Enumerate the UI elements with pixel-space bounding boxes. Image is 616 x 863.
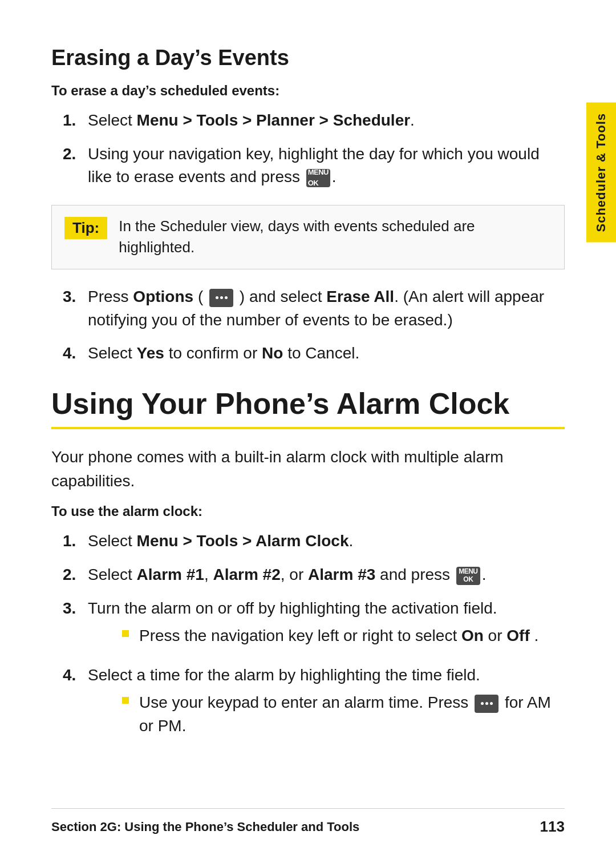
list-item: 4. Select a time for the alarm by highli… xyxy=(63,664,565,744)
options-icon2 xyxy=(475,695,499,713)
step-num: 3. xyxy=(63,285,88,309)
section2-steps: 1. Select Menu > Tools > Alarm Clock. 2.… xyxy=(63,530,565,743)
list-item: 1. Select Menu > Tools > Alarm Clock. xyxy=(63,530,565,553)
sub-bullet-item: Use your keypad to enter an alarm time. … xyxy=(122,691,565,737)
step-text: Select a time for the alarm by highlight… xyxy=(88,664,565,744)
step-text: Press Options ( ) and select Erase All. … xyxy=(88,285,565,332)
step-num: 4. xyxy=(63,342,88,365)
step-num: 1. xyxy=(63,530,88,553)
step-text: Select Menu > Tools > Alarm Clock. xyxy=(88,530,565,553)
step-text: Using your navigation key, highlight the… xyxy=(88,143,565,189)
page-container: Erasing a Day’s Events To erase a day’s … xyxy=(0,0,616,863)
step-num: 2. xyxy=(63,143,88,166)
step-num: 2. xyxy=(63,563,88,587)
tip-text: In the Scheduler view, days with events … xyxy=(119,216,552,259)
sub-bullet-text: Use your keypad to enter an alarm time. … xyxy=(139,691,565,737)
list-item: 3. Turn the alarm on or off by highlight… xyxy=(63,597,565,654)
bold-text: Yes xyxy=(137,344,164,362)
sub-bullet-item: Press the navigation key left or right t… xyxy=(122,624,565,648)
section1-title: Erasing a Day’s Events xyxy=(51,46,565,70)
bold-text: Erase All xyxy=(326,288,394,305)
sub-bullet-text: Press the navigation key left or right t… xyxy=(139,624,538,648)
list-item: 2. Select Alarm #1, Alarm #2, or Alarm #… xyxy=(63,563,565,587)
sub-bullet-list: Use your keypad to enter an alarm time. … xyxy=(122,691,565,737)
footer: Section 2G: Using the Phone’s Scheduler … xyxy=(51,808,565,836)
step-text: Turn the alarm on or off by highlighting… xyxy=(88,597,565,654)
section1-steps: 1. Select Menu > Tools > Planner > Sched… xyxy=(63,109,565,189)
options-icon xyxy=(209,289,233,307)
list-item: 3. Press Options ( ) and select Erase Al… xyxy=(63,285,565,332)
menu-ok-icon2: MENUOK xyxy=(456,567,480,585)
sub-bullet-list: Press the navigation key left or right t… xyxy=(122,624,565,648)
yellow-divider xyxy=(51,427,565,429)
footer-section-label: Section 2G: Using the Phone’s Scheduler … xyxy=(51,820,359,834)
list-item: 4. Select Yes to confirm or No to Cancel… xyxy=(63,342,565,365)
bold-text: Menu > Tools > Planner > Scheduler xyxy=(137,111,411,129)
menu-ok-icon: MENUOK xyxy=(306,169,330,187)
step-text: Select Menu > Tools > Planner > Schedule… xyxy=(88,109,565,132)
step-num: 4. xyxy=(63,664,88,687)
bold-text: Alarm #3 xyxy=(308,566,375,583)
list-item: 2. Using your navigation key, highlight … xyxy=(63,143,565,189)
bold-text: Off xyxy=(506,627,529,644)
bullet-icon xyxy=(122,697,129,704)
bold-text: On xyxy=(461,627,484,644)
tip-label: Tip: xyxy=(64,217,107,239)
step-num: 3. xyxy=(63,597,88,620)
step-text: Select Alarm #1, Alarm #2, or Alarm #3 a… xyxy=(88,563,565,587)
section1-subtitle: To erase a day’s scheduled events: xyxy=(51,83,565,99)
section2-subtitle: To use the alarm clock: xyxy=(51,503,565,519)
bold-text: Alarm #1 xyxy=(137,566,204,583)
bullet-icon xyxy=(122,630,129,637)
section2-intro: Your phone comes with a built-in alarm c… xyxy=(51,445,565,493)
bold-text: Menu > Tools > Alarm Clock xyxy=(137,532,349,550)
step-text: Select Yes to confirm or No to Cancel. xyxy=(88,342,565,365)
tip-box: Tip: In the Scheduler view, days with ev… xyxy=(51,205,565,269)
section2-title: Using Your Phone’s Alarm Clock xyxy=(51,386,565,421)
bold-text: Alarm #2 xyxy=(213,566,280,583)
section1-steps2: 3. Press Options ( ) and select Erase Al… xyxy=(63,285,565,365)
bold-text: Options xyxy=(133,288,193,305)
step-num: 1. xyxy=(63,109,88,132)
bold-text: No xyxy=(262,344,283,362)
footer-page-number: 113 xyxy=(540,818,565,836)
list-item: 1. Select Menu > Tools > Planner > Sched… xyxy=(63,109,565,132)
